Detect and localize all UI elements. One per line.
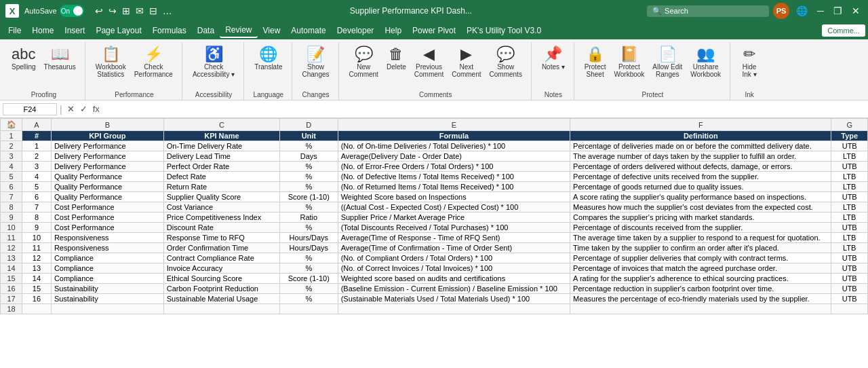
cell-r16c3[interactable]: Ethical Sourcing Score (163, 274, 279, 284)
cell-r10c7[interactable]: LTB (831, 213, 868, 223)
col-header-G[interactable]: G (831, 119, 868, 131)
show-comments-btn[interactable]: 💬Show Comments (486, 45, 526, 80)
cell-r12c5[interactable]: Average(Time of Response - Time of RFQ S… (338, 233, 570, 243)
cell-r19c5[interactable] (338, 304, 570, 314)
cell-r18c7[interactable]: UTB (831, 294, 868, 304)
cell-r5c6[interactable]: Percentage of orders delivered without d… (570, 162, 831, 172)
cell-r2c3[interactable]: KPI Name (163, 131, 279, 141)
check-perf-btn[interactable]: ⚡Check Performance (131, 45, 176, 80)
cell-r16c4[interactable]: Score (1-10) (280, 274, 338, 284)
cell-r5c5[interactable]: (No. of Error-Free Orders / Total Orders… (338, 162, 570, 172)
autosave-toggle[interactable]: On (60, 5, 84, 17)
show-changes-btn[interactable]: 📝Show Changes (299, 45, 333, 80)
cell-r13c7[interactable]: LTB (831, 243, 868, 253)
cell-r8c4[interactable]: Score (1-10) (280, 192, 338, 202)
cell-r3c7[interactable]: UTB (831, 141, 868, 151)
cell-r9c5[interactable]: ((Actual Cost - Expected Cost) / Expecte… (338, 202, 570, 213)
redo-button[interactable]: ↪ (106, 4, 119, 18)
cell-r10c5[interactable]: Supplier Price / Market Average Price (338, 213, 570, 223)
cell-r16c6[interactable]: A rating for the supplier's adherence to… (570, 274, 831, 284)
row-header-14[interactable]: 14 (1, 263, 22, 274)
email-button[interactable]: ✉ (133, 4, 146, 18)
hide-ink-btn[interactable]: ✏Hide Ink ▾ (737, 45, 762, 80)
cell-r11c5[interactable]: (Total Discounts Received / Total Purcha… (338, 223, 570, 233)
row-header-5[interactable]: 5 (1, 172, 22, 182)
cell-r6c3[interactable]: Defect Rate (163, 172, 279, 182)
minimize-button[interactable]: ─ (814, 4, 827, 18)
cell-r17c7[interactable]: UTB (831, 284, 868, 294)
row-header-13[interactable]: 13 (1, 253, 22, 263)
row-header-18[interactable]: 18 (1, 304, 22, 314)
cell-r9c7[interactable]: LTB (831, 202, 868, 213)
translate-btn[interactable]: 🌐Translate (251, 45, 285, 73)
cell-r15c4[interactable]: % (280, 263, 338, 274)
cell-r4c3[interactable]: Delivery Lead Time (163, 151, 279, 162)
cell-r15c1[interactable]: 13 (22, 263, 52, 274)
cell-r5c7[interactable]: UTB (831, 162, 868, 172)
cell-r17c5[interactable]: (Baseline Emission - Current Emission) /… (338, 284, 570, 294)
next-comment-btn[interactable]: ▶Next Comment (448, 45, 484, 80)
cell-r8c3[interactable]: Supplier Quality Score (163, 192, 279, 202)
cell-r10c1[interactable]: 8 (22, 213, 52, 223)
cell-r15c5[interactable]: (No. of Correct Invoices / Total Invoice… (338, 263, 570, 274)
menu-item-home[interactable]: Home (26, 24, 59, 37)
cell-r7c2[interactable]: Quality Performance (51, 182, 163, 192)
cell-r19c3[interactable] (163, 304, 279, 314)
formula-input[interactable] (104, 105, 865, 113)
cell-r16c2[interactable]: Compliance (51, 274, 163, 284)
cell-r5c3[interactable]: Perfect Order Rate (163, 162, 279, 172)
delete-comment-btn[interactable]: 🗑Delete (383, 45, 410, 73)
cell-r7c7[interactable]: LTB (831, 182, 868, 192)
cell-r7c1[interactable]: 5 (22, 182, 52, 192)
cell-r10c4[interactable]: Ratio (280, 213, 338, 223)
cell-r13c3[interactable]: Order Confirmation Time (163, 243, 279, 253)
row-header-10[interactable]: 10 (1, 223, 22, 233)
workbook-stats-btn[interactable]: 📋Workbook Statistics (92, 45, 130, 80)
cell-r18c3[interactable]: Sustainable Material Usage (163, 294, 279, 304)
menu-item-review[interactable]: Review (220, 23, 257, 38)
globe-icon[interactable]: 🌐 (793, 4, 810, 18)
filter-button[interactable]: ⊟ (146, 4, 160, 18)
row-header-17[interactable]: 17 (1, 294, 22, 304)
cell-r3c4[interactable]: % (280, 141, 338, 151)
cell-r15c7[interactable]: UTB (831, 263, 868, 274)
menu-item-help[interactable]: Help (379, 24, 407, 37)
cell-r12c2[interactable]: Responsiveness (51, 233, 163, 243)
cell-r6c7[interactable]: LTB (831, 172, 868, 182)
cell-r17c1[interactable]: 15 (22, 284, 52, 294)
cell-r18c5[interactable]: (Sustainable Materials Used / Total Mate… (338, 294, 570, 304)
close-button[interactable]: ✕ (849, 4, 863, 18)
cell-r12c7[interactable]: LTB (831, 233, 868, 243)
cell-r14c5[interactable]: (No. of Compliant Orders / Total Orders)… (338, 253, 570, 263)
undo-button[interactable]: ↩ (92, 4, 106, 18)
row-header-7[interactable]: 7 (1, 192, 22, 202)
cell-r14c4[interactable]: % (280, 253, 338, 263)
cell-r9c2[interactable]: Cost Performance (51, 202, 163, 213)
cell-r14c7[interactable]: UTB (831, 253, 868, 263)
cell-r13c5[interactable]: Average(Time of Confirmation - Time of O… (338, 243, 570, 253)
row-header-8[interactable]: 8 (1, 202, 22, 213)
row-header-12[interactable]: 12 (1, 243, 22, 253)
name-box[interactable] (3, 103, 57, 115)
cell-r8c7[interactable]: UTB (831, 192, 868, 202)
cell-r3c3[interactable]: On-Time Delivery Rate (163, 141, 279, 151)
row-header-16[interactable]: 16 (1, 284, 22, 294)
menu-item-power-pivot[interactable]: Power Pivot (407, 24, 461, 37)
cell-r12c1[interactable]: 10 (22, 233, 52, 243)
cell-r19c1[interactable] (22, 304, 52, 314)
cell-r5c2[interactable]: Delivery Performance (51, 162, 163, 172)
cell-r2c4[interactable]: Unit (280, 131, 338, 141)
cell-r6c4[interactable]: % (280, 172, 338, 182)
thesaurus-btn[interactable]: 📖Thesaurus (41, 45, 79, 73)
cell-r2c1[interactable]: # (22, 131, 52, 141)
cell-r9c6[interactable]: Measures how much the supplier's cost de… (570, 202, 831, 213)
cell-r18c4[interactable]: % (280, 294, 338, 304)
cell-r2c2[interactable]: KPI Group (51, 131, 163, 141)
prev-comment-btn[interactable]: ◀Previous Comment (411, 45, 447, 80)
cell-r6c5[interactable]: (No. of Defective Items / Total Items Re… (338, 172, 570, 182)
cell-r4c7[interactable]: LTB (831, 151, 868, 162)
protect-workbook-btn[interactable]: 📔Protect Workbook (610, 45, 648, 80)
menu-item-file[interactable]: File (3, 24, 26, 37)
cell-r7c6[interactable]: Percentage of goods returned due to qual… (570, 182, 831, 192)
check-access-btn[interactable]: ♿Check Accessibility ▾ (189, 45, 238, 80)
